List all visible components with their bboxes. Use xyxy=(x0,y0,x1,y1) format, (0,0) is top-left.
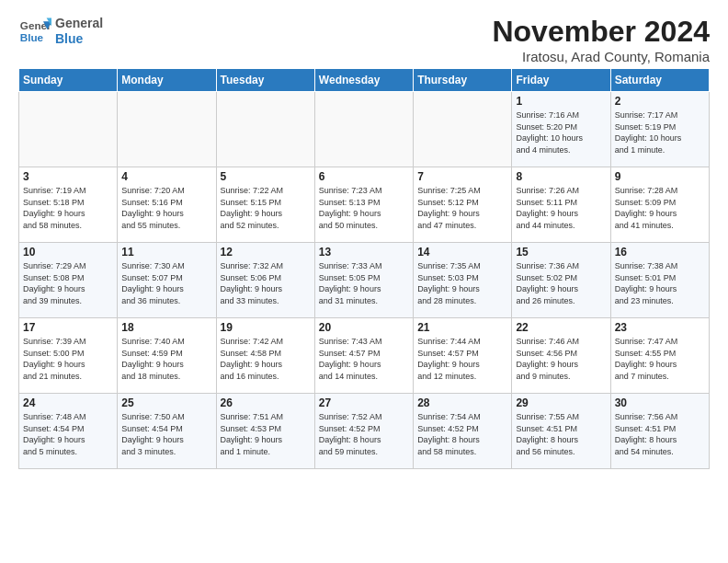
calendar-cell xyxy=(216,92,314,167)
day-info: Sunrise: 7:43 AM Sunset: 4:57 PM Dayligh… xyxy=(319,336,409,382)
calendar-header: SundayMondayTuesdayWednesdayThursdayFrid… xyxy=(19,69,710,92)
day-number: 1 xyxy=(516,95,606,108)
day-number: 30 xyxy=(615,396,705,409)
calendar-cell: 28Sunrise: 7:54 AM Sunset: 4:52 PM Dayli… xyxy=(414,394,512,469)
day-number: 27 xyxy=(319,396,409,409)
day-info: Sunrise: 7:56 AM Sunset: 4:51 PM Dayligh… xyxy=(615,411,705,457)
day-number: 7 xyxy=(417,170,507,183)
calendar-cell: 8Sunrise: 7:26 AM Sunset: 5:11 PM Daylig… xyxy=(512,167,610,243)
calendar-cell xyxy=(19,92,118,167)
calendar-cell: 2Sunrise: 7:17 AM Sunset: 5:19 PM Daylig… xyxy=(610,92,709,167)
weekday-header: Sunday xyxy=(19,69,118,92)
calendar-cell: 6Sunrise: 7:23 AM Sunset: 5:13 PM Daylig… xyxy=(314,167,413,243)
day-number: 15 xyxy=(516,246,606,259)
logo-icon: General Blue xyxy=(18,15,51,48)
day-info: Sunrise: 7:39 AM Sunset: 5:00 PM Dayligh… xyxy=(23,336,113,382)
calendar-cell: 16Sunrise: 7:38 AM Sunset: 5:01 PM Dayli… xyxy=(610,243,709,318)
day-number: 24 xyxy=(23,396,113,409)
weekday-header: Friday xyxy=(512,69,610,92)
calendar-cell: 30Sunrise: 7:56 AM Sunset: 4:51 PM Dayli… xyxy=(610,394,709,469)
day-info: Sunrise: 7:46 AM Sunset: 4:56 PM Dayligh… xyxy=(516,336,606,382)
day-number: 22 xyxy=(516,321,606,334)
day-number: 3 xyxy=(23,170,113,183)
calendar-cell: 17Sunrise: 7:39 AM Sunset: 5:00 PM Dayli… xyxy=(19,318,118,394)
day-number: 26 xyxy=(221,396,311,409)
calendar: SundayMondayTuesdayWednesdayThursdayFrid… xyxy=(18,68,710,469)
main-title: November 2024 xyxy=(492,15,710,49)
calendar-cell: 5Sunrise: 7:22 AM Sunset: 5:15 PM Daylig… xyxy=(216,167,314,243)
calendar-cell: 10Sunrise: 7:29 AM Sunset: 5:08 PM Dayli… xyxy=(19,243,118,318)
calendar-cell: 20Sunrise: 7:43 AM Sunset: 4:57 PM Dayli… xyxy=(314,318,413,394)
day-info: Sunrise: 7:32 AM Sunset: 5:06 PM Dayligh… xyxy=(221,260,311,306)
day-info: Sunrise: 7:19 AM Sunset: 5:18 PM Dayligh… xyxy=(23,185,113,231)
calendar-cell: 4Sunrise: 7:20 AM Sunset: 5:16 PM Daylig… xyxy=(118,167,216,243)
day-info: Sunrise: 7:29 AM Sunset: 5:08 PM Dayligh… xyxy=(23,260,113,306)
day-info: Sunrise: 7:38 AM Sunset: 5:01 PM Dayligh… xyxy=(615,260,705,306)
weekday-header: Thursday xyxy=(414,69,512,92)
calendar-cell: 1Sunrise: 7:16 AM Sunset: 5:20 PM Daylig… xyxy=(512,92,610,167)
calendar-cell: 18Sunrise: 7:40 AM Sunset: 4:59 PM Dayli… xyxy=(118,318,216,394)
day-info: Sunrise: 7:16 AM Sunset: 5:20 PM Dayligh… xyxy=(516,109,606,155)
day-number: 4 xyxy=(121,170,211,183)
day-number: 28 xyxy=(417,396,507,409)
day-number: 5 xyxy=(221,170,311,183)
calendar-cell: 13Sunrise: 7:33 AM Sunset: 5:05 PM Dayli… xyxy=(314,243,413,318)
subtitle: Iratosu, Arad County, Romania xyxy=(492,49,710,64)
calendar-cell: 29Sunrise: 7:55 AM Sunset: 4:51 PM Dayli… xyxy=(512,394,610,469)
day-number: 19 xyxy=(221,321,311,334)
day-info: Sunrise: 7:48 AM Sunset: 4:54 PM Dayligh… xyxy=(23,411,113,457)
day-number: 20 xyxy=(319,321,409,334)
day-info: Sunrise: 7:44 AM Sunset: 4:57 PM Dayligh… xyxy=(417,336,507,382)
day-info: Sunrise: 7:54 AM Sunset: 4:52 PM Dayligh… xyxy=(417,411,507,457)
day-info: Sunrise: 7:40 AM Sunset: 4:59 PM Dayligh… xyxy=(121,336,211,382)
day-info: Sunrise: 7:17 AM Sunset: 5:19 PM Dayligh… xyxy=(615,109,705,155)
day-info: Sunrise: 7:36 AM Sunset: 5:02 PM Dayligh… xyxy=(516,260,606,306)
day-info: Sunrise: 7:28 AM Sunset: 5:09 PM Dayligh… xyxy=(615,185,705,231)
day-info: Sunrise: 7:51 AM Sunset: 4:53 PM Dayligh… xyxy=(221,411,311,457)
day-number: 11 xyxy=(121,246,211,259)
logo-line1: General xyxy=(55,16,103,31)
day-number: 25 xyxy=(121,396,211,409)
day-info: Sunrise: 7:50 AM Sunset: 4:54 PM Dayligh… xyxy=(121,411,211,457)
calendar-cell: 23Sunrise: 7:47 AM Sunset: 4:55 PM Dayli… xyxy=(610,318,709,394)
day-number: 29 xyxy=(516,396,606,409)
calendar-cell: 11Sunrise: 7:30 AM Sunset: 5:07 PM Dayli… xyxy=(118,243,216,318)
day-number: 2 xyxy=(615,95,705,108)
day-info: Sunrise: 7:20 AM Sunset: 5:16 PM Dayligh… xyxy=(121,185,211,231)
calendar-cell xyxy=(118,92,216,167)
calendar-cell: 22Sunrise: 7:46 AM Sunset: 4:56 PM Dayli… xyxy=(512,318,610,394)
calendar-cell: 26Sunrise: 7:51 AM Sunset: 4:53 PM Dayli… xyxy=(216,394,314,469)
calendar-cell: 9Sunrise: 7:28 AM Sunset: 5:09 PM Daylig… xyxy=(610,167,709,243)
calendar-cell xyxy=(314,92,413,167)
day-number: 13 xyxy=(319,246,409,259)
calendar-cell xyxy=(414,92,512,167)
day-info: Sunrise: 7:47 AM Sunset: 4:55 PM Dayligh… xyxy=(615,336,705,382)
logo-line2: Blue xyxy=(55,31,103,47)
calendar-cell: 24Sunrise: 7:48 AM Sunset: 4:54 PM Dayli… xyxy=(19,394,118,469)
day-info: Sunrise: 7:23 AM Sunset: 5:13 PM Dayligh… xyxy=(319,185,409,231)
calendar-cell: 14Sunrise: 7:35 AM Sunset: 5:03 PM Dayli… xyxy=(414,243,512,318)
title-block: November 2024 Iratosu, Arad County, Roma… xyxy=(492,15,710,64)
calendar-cell: 27Sunrise: 7:52 AM Sunset: 4:52 PM Dayli… xyxy=(314,394,413,469)
day-number: 18 xyxy=(121,321,211,334)
weekday-header: Monday xyxy=(118,69,216,92)
day-info: Sunrise: 7:30 AM Sunset: 5:07 PM Dayligh… xyxy=(121,260,211,306)
weekday-header: Wednesday xyxy=(314,69,413,92)
day-info: Sunrise: 7:22 AM Sunset: 5:15 PM Dayligh… xyxy=(221,185,311,231)
calendar-cell: 15Sunrise: 7:36 AM Sunset: 5:02 PM Dayli… xyxy=(512,243,610,318)
svg-text:Blue: Blue xyxy=(20,31,44,43)
calendar-cell: 25Sunrise: 7:50 AM Sunset: 4:54 PM Dayli… xyxy=(118,394,216,469)
logo: General Blue General Blue xyxy=(18,15,103,48)
day-number: 6 xyxy=(319,170,409,183)
calendar-body: 1Sunrise: 7:16 AM Sunset: 5:20 PM Daylig… xyxy=(19,92,710,469)
day-number: 14 xyxy=(417,246,507,259)
day-number: 12 xyxy=(221,246,311,259)
page: General Blue General Blue November 2024 … xyxy=(0,0,728,478)
day-info: Sunrise: 7:25 AM Sunset: 5:12 PM Dayligh… xyxy=(417,185,507,231)
weekday-header: Saturday xyxy=(610,69,709,92)
day-info: Sunrise: 7:26 AM Sunset: 5:11 PM Dayligh… xyxy=(516,185,606,231)
header: General Blue General Blue November 2024 … xyxy=(18,15,710,64)
day-number: 21 xyxy=(417,321,507,334)
calendar-cell: 21Sunrise: 7:44 AM Sunset: 4:57 PM Dayli… xyxy=(414,318,512,394)
day-info: Sunrise: 7:33 AM Sunset: 5:05 PM Dayligh… xyxy=(319,260,409,306)
